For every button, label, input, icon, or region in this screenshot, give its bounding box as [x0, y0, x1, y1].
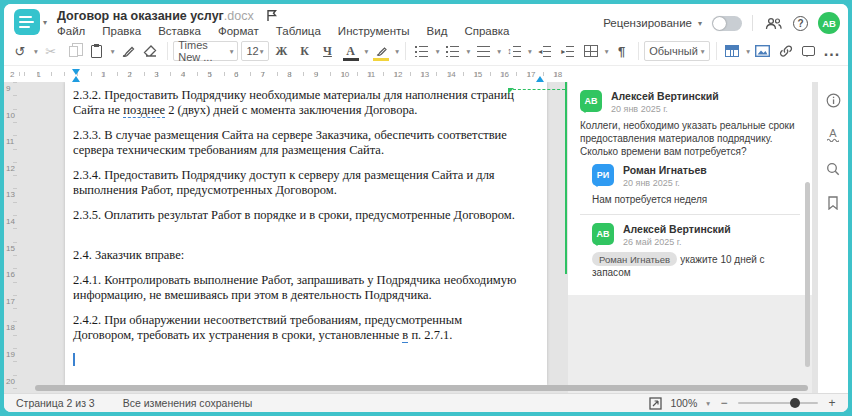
review-mode-label[interactable]: Рецензирование — [603, 17, 692, 29]
menu-item[interactable]: Справка — [464, 25, 509, 37]
highlight-color-dropdown[interactable]: ▾ — [395, 47, 399, 56]
mention-pill[interactable]: Роман Игнатьев — [592, 252, 677, 266]
help-icon[interactable]: ? — [793, 16, 808, 31]
insert-table-dropdown[interactable]: ▾ — [746, 47, 750, 56]
bullet-list-button[interactable] — [412, 40, 432, 62]
info-icon[interactable] — [825, 92, 842, 109]
ruler-number: 1 — [101, 70, 105, 79]
menu-item[interactable]: Инструменты — [338, 25, 410, 37]
vertical-ruler[interactable]: 91011121314151617181920 — [4, 82, 19, 393]
decrease-indent-button[interactable]: ◂ — [535, 40, 555, 62]
document-extension: .docx — [224, 9, 254, 23]
bullet-list-dropdown[interactable]: ▾ — [436, 47, 440, 56]
zoom-dropdown[interactable]: ▾ — [706, 399, 710, 408]
menu-item[interactable]: Таблица — [276, 25, 321, 37]
ruler-row: 21123456789101112131415161718 — [4, 66, 848, 82]
more-tools-button[interactable]: ... — [822, 40, 842, 62]
paragraph: 2.3.4. Предоставить Подрядчику доступ к … — [73, 168, 519, 198]
cut-button[interactable]: ✂ — [41, 40, 61, 62]
align-button[interactable] — [473, 40, 493, 62]
borders-dropdown[interactable]: ▾ — [605, 47, 609, 56]
app-menu-button[interactable]: ▾ — [14, 9, 47, 35]
ruler-number: 2 — [10, 70, 14, 79]
paragraph: 2.4.1. Контролировать выполнение Работ, … — [73, 273, 519, 303]
insert-table-button[interactable] — [722, 40, 742, 62]
line-spacing-button[interactable]: ↕ — [504, 40, 524, 62]
fit-width-icon[interactable] — [649, 397, 662, 410]
show-paragraph-marks-button[interactable]: ¶ — [612, 40, 632, 62]
divider — [752, 15, 753, 31]
zoom-out-button[interactable]: − — [718, 396, 730, 410]
header-bar: ▾ Договор на оказание услуг .docx ФайлПр… — [4, 4, 848, 37]
indent-marker[interactable] — [72, 69, 80, 75]
format-painter-button[interactable] — [118, 40, 138, 62]
comments-panel: АВАлексей Вертинский20 янв 2025 г.Коллег… — [568, 82, 812, 393]
zoom-slider[interactable] — [738, 402, 818, 404]
spellcheck-icon[interactable]: А — [825, 126, 842, 143]
ruler-number: 14 — [447, 70, 456, 79]
font-name-select[interactable]: Times New ...▾ — [173, 41, 238, 61]
font-color-dropdown[interactable]: ▾ — [365, 47, 369, 56]
comment-reply[interactable]: АВАлексей Вертинский26 май 2025 г.Роман … — [580, 223, 800, 279]
ruler-number: 13 — [6, 190, 15, 199]
numbered-list-button[interactable] — [443, 40, 463, 62]
comment-avatar: РИ — [592, 164, 614, 186]
comment-thread[interactable]: АВАлексей Вертинский20 янв 2025 г.Коллег… — [568, 82, 812, 295]
ruler-number: 7 — [261, 70, 265, 79]
numbered-list-dropdown[interactable]: ▾ — [467, 47, 471, 56]
font-size-select[interactable]: 12▾ — [241, 41, 268, 61]
paragraph: 2.4. Заказчик вправе: — [73, 248, 519, 263]
highlight-color-button[interactable] — [371, 40, 391, 62]
menu-item[interactable]: Вид — [427, 25, 448, 37]
ruler-number: 19 — [6, 350, 15, 359]
collaboration-users-icon[interactable] — [763, 13, 783, 33]
document-content[interactable]: 2.3.2. Предоставить Подрядчику необходим… — [65, 82, 547, 366]
font-color-button[interactable]: А — [341, 40, 361, 62]
comment-author: Алексей Вертинский — [623, 223, 731, 235]
ruler-number: 20 — [6, 377, 15, 386]
undo-dropdown[interactable]: ▾ — [34, 47, 38, 56]
zoom-slider-knob[interactable] — [790, 398, 800, 408]
copy-button[interactable] — [64, 40, 84, 62]
borders-button[interactable] — [581, 40, 601, 62]
document-page[interactable]: 2.3.2. Предоставить Подрядчику необходим… — [65, 82, 547, 385]
menu-item[interactable]: Формат — [218, 25, 259, 37]
zoom-in-button[interactable]: + — [826, 396, 838, 410]
user-avatar[interactable]: АВ — [818, 12, 840, 34]
underline-button[interactable]: Ч — [318, 40, 338, 62]
ruler-number: 17 — [527, 70, 536, 79]
paste-button[interactable] — [87, 40, 107, 62]
page-indicator[interactable]: Страница 2 из 3 — [16, 397, 95, 409]
paragraph: 2.3.2. Предоставить Подрядчику необходим… — [73, 88, 519, 118]
flag-icon[interactable] — [266, 9, 277, 22]
insert-image-button[interactable] — [753, 40, 773, 62]
menu-item[interactable]: Правка — [102, 25, 141, 37]
bookmark-icon[interactable] — [825, 194, 842, 211]
menu-item[interactable]: Вставка — [158, 25, 201, 37]
bold-button[interactable]: Ж — [272, 40, 292, 62]
review-toggle[interactable] — [712, 16, 742, 31]
paragraph-style-select[interactable]: Обычный▾ — [644, 41, 709, 61]
menu-item[interactable]: Файл — [57, 25, 85, 37]
paste-dropdown[interactable]: ▾ — [111, 47, 115, 56]
clear-style-eraser-button[interactable] — [141, 40, 161, 62]
comment-author: Роман Игнатьев — [623, 164, 707, 176]
line-spacing-dropdown[interactable]: ▾ — [528, 47, 532, 56]
horizontal-scrollbar[interactable] — [35, 385, 808, 391]
italic-button[interactable]: К — [295, 40, 315, 62]
comments-scrollbar[interactable] — [805, 182, 810, 367]
comment[interactable]: АВАлексей Вертинский20 янв 2025 г.Коллег… — [580, 90, 800, 158]
increase-indent-button[interactable]: ▸ — [558, 40, 578, 62]
ruler-number: 13 — [420, 70, 429, 79]
insert-link-button[interactable] — [776, 40, 796, 62]
search-icon[interactable] — [825, 160, 842, 177]
paragraph: 2.3.3. В случае размещения Сайта на серв… — [73, 128, 519, 158]
horizontal-ruler[interactable]: 21123456789101112131415161718 — [19, 68, 569, 80]
comment-divider — [580, 214, 800, 215]
comment-reply[interactable]: РИРоман Игнатьев20 янв 2025 г.Нам потреб… — [580, 164, 800, 206]
zoom-level[interactable]: 100% — [670, 397, 697, 409]
insert-comment-button[interactable] — [799, 40, 819, 62]
ruler-number: 8 — [287, 70, 291, 79]
align-dropdown[interactable]: ▾ — [497, 47, 501, 56]
undo-button[interactable]: ↺ — [10, 40, 30, 62]
